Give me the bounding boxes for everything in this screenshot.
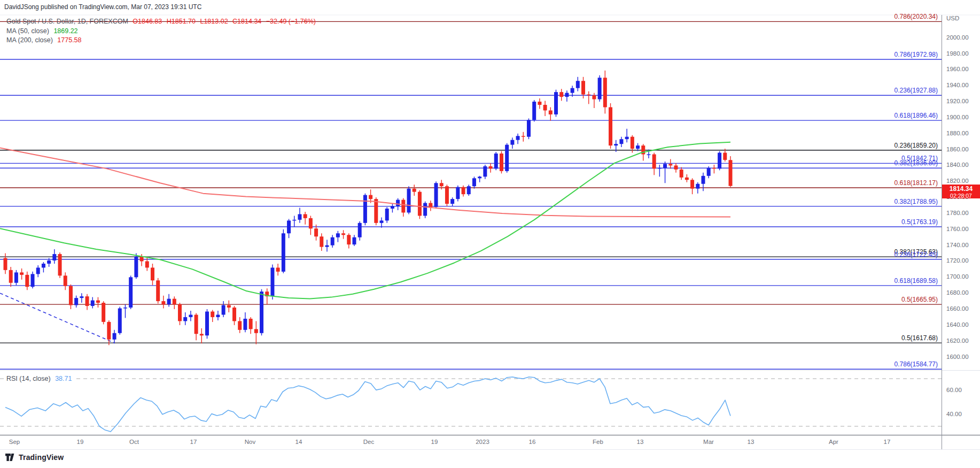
- candle-body: [380, 220, 384, 223]
- time-axis-label: Dec: [363, 439, 374, 445]
- time-axis-label: Apr: [829, 439, 838, 445]
- ma200-legend[interactable]: MA (200, close) 1775.58: [6, 36, 82, 44]
- candle-body: [559, 92, 563, 97]
- candle-body: [80, 296, 83, 298]
- price-tick-label: 1780.00: [946, 210, 969, 216]
- ma50-legend[interactable]: MA (50, close) 1869.22: [6, 27, 78, 35]
- candle-body: [336, 233, 340, 237]
- candle-body: [118, 309, 122, 333]
- candle-body: [440, 183, 444, 186]
- ohlc-high: H1851.70: [167, 18, 196, 25]
- candle-body: [260, 291, 263, 333]
- candle-body: [183, 317, 187, 321]
- fib-label: 0.618(1689.58): [895, 277, 938, 285]
- candle-body: [668, 164, 672, 165]
- time-axis-label: 19: [431, 439, 438, 445]
- candle-body: [603, 78, 607, 107]
- candle-body: [205, 311, 209, 335]
- candle-body: [494, 154, 498, 168]
- candle-body: [690, 180, 694, 188]
- candle-body: [20, 272, 24, 274]
- price-tick-label: 1700.00: [946, 273, 969, 280]
- candle-body: [712, 168, 716, 168]
- candle-body: [516, 136, 520, 140]
- symbol-legend[interactable]: Gold Spot / U.S. Dollar, 1D, FOREXCOM O1…: [6, 18, 316, 25]
- time-axis-label: Oct: [129, 439, 139, 445]
- price-tick-label: 2000.00: [946, 34, 969, 41]
- rsi-tick-label: 40.00: [946, 411, 962, 417]
- candle-body: [685, 178, 689, 180]
- ma200-label: MA (200, close): [6, 36, 53, 44]
- candle-body: [489, 166, 493, 168]
- candle-body: [631, 137, 634, 149]
- rsi-value: 38.71: [55, 375, 72, 382]
- candle-body: [614, 144, 618, 145]
- candle-body: [9, 270, 13, 283]
- time-axis-label: 17: [190, 439, 197, 445]
- candle-body: [227, 305, 231, 308]
- candle-body: [598, 78, 602, 99]
- candle-body: [385, 209, 389, 220]
- candle-body: [25, 275, 29, 287]
- candle-body: [707, 168, 711, 176]
- candle-body: [232, 308, 236, 321]
- price-tick-label: 1680.00: [946, 289, 969, 296]
- candle-body: [352, 237, 356, 244]
- candle-body: [500, 154, 503, 171]
- candle-body: [718, 153, 721, 169]
- time-axis-label: Nov: [245, 439, 255, 445]
- candle-body: [238, 321, 242, 329]
- candle-body: [102, 303, 105, 322]
- candle-body: [189, 314, 192, 317]
- candle-body: [347, 235, 351, 244]
- candle-body: [4, 258, 7, 270]
- price-tick-label: 1820.00: [946, 178, 969, 184]
- countdown-timer: 02:28:07: [942, 192, 980, 199]
- candle-body: [505, 145, 509, 171]
- candle-body: [609, 107, 612, 145]
- candle-body: [538, 102, 541, 105]
- candle-body: [211, 311, 214, 317]
- chart-canvas[interactable]: [0, 0, 980, 468]
- candle-body: [156, 280, 160, 301]
- tradingview-logo[interactable]: TradingView: [5, 453, 64, 462]
- tradingview-chart-window: DavidJSong published on TradingView.com,…: [0, 0, 980, 468]
- fib-label: 0.786(1584.77): [895, 360, 938, 368]
- candle-body: [167, 299, 171, 304]
- candle-body: [391, 206, 394, 209]
- candle-body: [200, 334, 204, 335]
- fib-label: 0.5(1665.95): [901, 296, 938, 303]
- price-tick-label: 1600.00: [946, 354, 969, 360]
- candle-body: [532, 102, 536, 120]
- candle-body: [472, 178, 476, 186]
- rsi-levels-layer: [0, 379, 942, 426]
- candle-body: [663, 164, 667, 167]
- candle-body: [450, 199, 454, 204]
- candle-body: [527, 120, 531, 136]
- candle-body: [434, 183, 438, 207]
- candle-body: [113, 333, 116, 340]
- rsi-line: [5, 377, 730, 432]
- last-price-value: 1814.34: [942, 185, 980, 192]
- candle-body: [652, 155, 656, 169]
- candle-body: [320, 236, 323, 247]
- price-tick-label: 1960.00: [946, 66, 969, 72]
- candle-body: [413, 189, 416, 192]
- time-axis-label: 17: [884, 439, 891, 445]
- candle-body: [462, 187, 465, 194]
- candle-body: [374, 199, 378, 223]
- candle-body: [522, 136, 525, 136]
- candle-body: [270, 267, 274, 296]
- candle-body: [423, 203, 427, 216]
- price-tick-label: 1660.00: [946, 305, 969, 312]
- fib-lines-layer: [0, 21, 942, 369]
- tradingview-logo-text: TradingView: [19, 453, 64, 462]
- time-axis-label: Sep: [9, 439, 20, 445]
- candle-body: [96, 301, 100, 303]
- price-tick-label: 1740.00: [946, 242, 969, 248]
- rsi-legend[interactable]: RSI (14, close) 38.71: [6, 375, 74, 382]
- candle-body: [161, 301, 165, 304]
- candle-body: [309, 218, 313, 228]
- fib-label: 0.382(1836.80): [895, 159, 938, 167]
- candle-body: [592, 95, 596, 99]
